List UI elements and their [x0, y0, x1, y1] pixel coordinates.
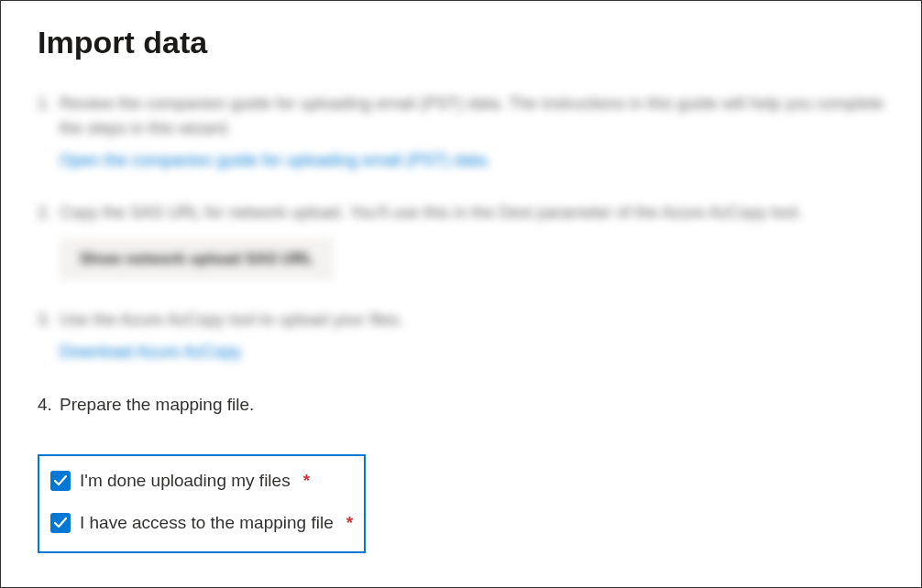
required-indicator: * [346, 513, 353, 533]
show-sas-url-button[interactable]: Show network upload SAS URL [60, 238, 334, 280]
step-1: Review the companion guide for uploading… [38, 92, 884, 173]
confirmation-checkbox-group: I'm done uploading my files * I have acc… [38, 454, 366, 553]
step-3-text: Use the Azure AzCopy tool to upload your… [60, 310, 403, 329]
done-uploading-checkbox[interactable] [50, 471, 71, 491]
page-title: Import data [38, 25, 884, 60]
checkmark-icon [53, 516, 68, 530]
mapping-file-label: I have access to the mapping file [80, 513, 334, 533]
done-uploading-row: I'm done uploading my files * [50, 471, 353, 491]
steps-list: Review the companion guide for uploading… [38, 92, 884, 418]
step-2-text: Copy the SAS URL for network upload. You… [60, 203, 802, 222]
step-3: Use the Azure AzCopy tool to upload your… [38, 308, 884, 365]
step-2: Copy the SAS URL for network upload. You… [38, 201, 884, 280]
checkmark-icon [53, 474, 68, 488]
companion-guide-link[interactable]: Open the companion guide for uploading e… [60, 151, 490, 169]
mapping-file-checkbox[interactable] [50, 513, 71, 533]
step-4-text: Prepare the mapping file. [60, 395, 254, 414]
step-4: Prepare the mapping file. [38, 392, 884, 419]
mapping-file-row: I have access to the mapping file * [50, 513, 353, 533]
step-1-text: Review the companion guide for uploading… [60, 94, 884, 137]
download-azcopy-link[interactable]: Download Azure AzCopy [60, 343, 241, 361]
required-indicator: * [303, 471, 310, 491]
done-uploading-label: I'm done uploading my files [80, 471, 291, 491]
